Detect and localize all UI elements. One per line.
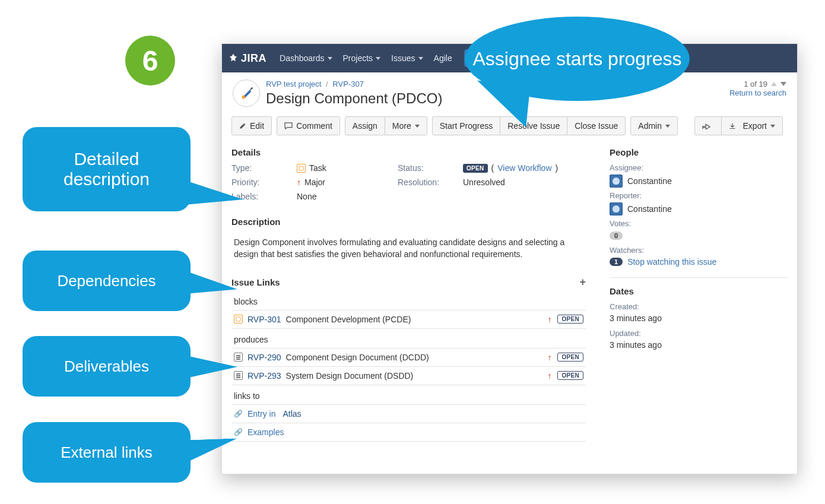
link-row[interactable]: 🔗Entry inAtlas bbox=[231, 405, 586, 423]
export-button[interactable]: Export bbox=[721, 116, 783, 135]
type-value: Task bbox=[297, 163, 398, 173]
resolution-label: Resolution: bbox=[398, 177, 463, 187]
pager-text: 1 of 19 bbox=[744, 80, 767, 88]
paren: ( bbox=[491, 163, 494, 173]
link-group-label: blocks bbox=[234, 297, 586, 306]
nav-projects-label: Projects bbox=[343, 53, 373, 63]
more-label: More bbox=[392, 121, 411, 131]
status-value: OPEN (View Workflow) bbox=[463, 163, 586, 173]
web-link[interactable]: Entry in bbox=[248, 409, 275, 419]
nav-dashboards[interactable]: Dashboards bbox=[275, 50, 337, 66]
updated-value: 3 minutes ago bbox=[610, 340, 788, 350]
stop-watching-link[interactable]: Stop watching this issue bbox=[627, 257, 716, 267]
linked-issue-summary: System Design Document (DSDD) bbox=[286, 371, 414, 381]
pager-next-icon[interactable] bbox=[780, 82, 786, 86]
caret-icon bbox=[770, 125, 775, 128]
link-group-list: RVP-290Component Design Document (DCDD)↑… bbox=[231, 348, 586, 385]
link-chain-icon: 🔗 bbox=[234, 410, 243, 418]
avatar-icon bbox=[610, 202, 623, 215]
status-label: Status: bbox=[398, 163, 463, 173]
nav-agile[interactable]: Agile bbox=[429, 50, 457, 66]
nav-dashboards-label: Dashboards bbox=[280, 53, 325, 63]
reporter-user[interactable]: Constantine bbox=[610, 202, 788, 215]
type-text: Task bbox=[309, 163, 326, 173]
pager-prev-icon[interactable] bbox=[771, 82, 777, 86]
linked-issue-summary: Component Design Document (DCDD) bbox=[286, 353, 429, 362]
link-row[interactable]: RVP-293System Design Document (DSDD)↑OPE… bbox=[231, 367, 586, 385]
callout-text: Deliverables bbox=[64, 357, 149, 376]
close-issue-button[interactable]: Close Issue bbox=[567, 116, 626, 135]
priority-up-icon: ↑ bbox=[547, 371, 551, 381]
admin-button[interactable]: Admin bbox=[630, 116, 678, 135]
watchers-label: Watchers: bbox=[610, 246, 788, 255]
link-group-label: links to bbox=[234, 391, 586, 401]
linked-issue-summary: Component Development (PCDE) bbox=[286, 315, 411, 324]
callout-text: Dependencies bbox=[57, 272, 156, 290]
callout-text: Assignee starts progress bbox=[472, 48, 681, 70]
votes-count: 0 bbox=[610, 232, 623, 240]
link-group-list: RVP-301Component Development (PCDE)↑OPEN bbox=[231, 310, 586, 329]
link-row-meta: ↑OPEN bbox=[547, 315, 583, 324]
watchers-count: 1 bbox=[610, 258, 623, 266]
priority-value: ↑Major bbox=[297, 177, 398, 187]
comment-button[interactable]: Comment bbox=[277, 116, 340, 135]
caret-icon bbox=[665, 125, 670, 128]
step-badge: 6 bbox=[125, 36, 175, 85]
breadcrumb-issue-key[interactable]: RVP-307 bbox=[332, 80, 364, 88]
linked-issue-key[interactable]: RVP-293 bbox=[248, 371, 281, 381]
caret-icon bbox=[418, 57, 423, 60]
task-icon bbox=[297, 164, 306, 173]
priority-up-icon: ↑ bbox=[547, 353, 551, 362]
linked-issue-key[interactable]: RVP-301 bbox=[248, 315, 281, 324]
labels-value: None bbox=[297, 192, 398, 201]
details-grid: Type: Task Status: OPEN (View Workflow) … bbox=[231, 163, 586, 201]
details-heading: Details bbox=[231, 147, 586, 157]
link-row[interactable]: RVP-301Component Development (PCDE)↑OPEN bbox=[231, 310, 586, 329]
description-heading: Description bbox=[231, 217, 586, 227]
description-text: Design Component involves formulating an… bbox=[231, 233, 586, 262]
status-badge: OPEN bbox=[557, 371, 583, 380]
assign-button[interactable]: Assign bbox=[345, 116, 385, 135]
issue-links-heading: Issue Links bbox=[231, 277, 280, 287]
assignee-user[interactable]: Constantine bbox=[610, 175, 788, 188]
project-avatar[interactable] bbox=[233, 80, 260, 107]
reporter-name: Constantine bbox=[627, 204, 672, 214]
jira-logo[interactable]: JIRA bbox=[228, 52, 266, 65]
linked-issue-key[interactable]: RVP-290 bbox=[248, 353, 281, 362]
link-row[interactable]: 🔗Examples bbox=[231, 423, 586, 442]
link-row[interactable]: RVP-290Component Design Document (DCDD)↑… bbox=[231, 348, 586, 367]
edit-button[interactable]: Edit bbox=[231, 116, 272, 135]
callout-text: External links bbox=[61, 443, 153, 462]
web-link[interactable]: Examples bbox=[248, 427, 284, 437]
votes-label: Votes: bbox=[610, 219, 788, 228]
link-row-meta: ↑OPEN bbox=[547, 353, 583, 362]
priority-label: Priority: bbox=[231, 177, 297, 187]
breadcrumb-project[interactable]: RVP test project bbox=[266, 80, 321, 88]
add-link-button[interactable]: + bbox=[579, 276, 586, 289]
labels-label: Labels: bbox=[231, 192, 297, 201]
created-value: 3 minutes ago bbox=[610, 313, 788, 323]
paren: ) bbox=[556, 163, 559, 173]
reporter-label: Reporter: bbox=[610, 191, 788, 200]
nav-issues[interactable]: Issues bbox=[386, 50, 427, 66]
main-column: Details Type: Task Status: OPEN (View Wo… bbox=[231, 144, 610, 442]
status-badge: OPEN bbox=[463, 164, 488, 173]
nav-projects[interactable]: Projects bbox=[338, 50, 386, 66]
caret-icon bbox=[415, 125, 420, 128]
share-button[interactable] bbox=[694, 116, 722, 135]
more-button[interactable]: More bbox=[385, 116, 427, 135]
created-label: Created: bbox=[610, 302, 788, 311]
callout-detailed-description: Detailed description bbox=[23, 127, 191, 211]
priority-up-icon: ↑ bbox=[547, 315, 551, 324]
callout-deliverables: Deliverables bbox=[23, 336, 191, 397]
view-workflow-link[interactable]: View Workflow bbox=[497, 163, 551, 173]
nav-issues-label: Issues bbox=[391, 53, 415, 63]
jira-logo-text: JIRA bbox=[241, 52, 266, 65]
return-to-search-link[interactable]: Return to search bbox=[729, 88, 786, 97]
caret-icon bbox=[376, 57, 380, 60]
link-group-list: 🔗Entry inAtlas🔗Examples bbox=[231, 404, 586, 442]
page-icon bbox=[234, 371, 243, 380]
updated-label: Updated: bbox=[610, 329, 788, 338]
admin-label: Admin bbox=[638, 121, 662, 131]
priority-up-icon: ↑ bbox=[297, 177, 301, 187]
